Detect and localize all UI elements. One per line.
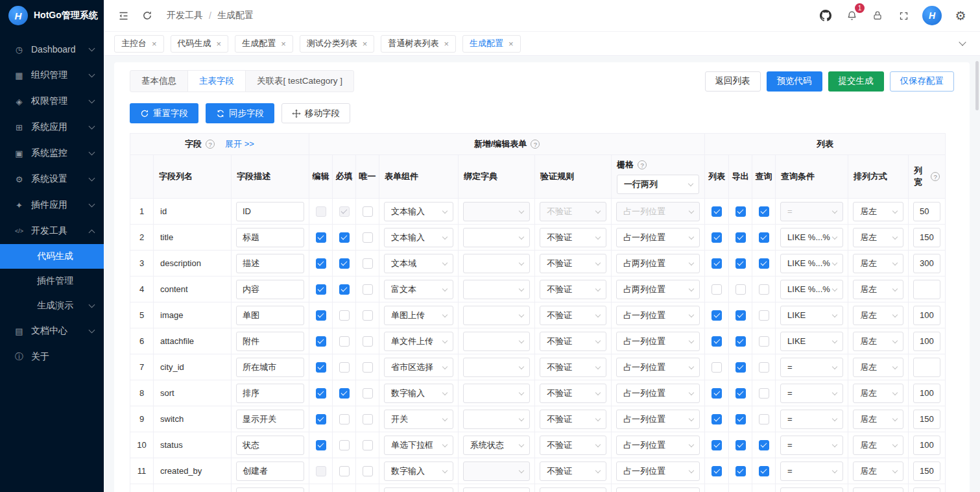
notifications-bell-icon[interactable]: 1 <box>844 8 859 23</box>
unique-checkbox[interactable] <box>363 388 373 399</box>
save-config-only-button[interactable]: 仅保存配置 <box>890 71 955 92</box>
close-icon[interactable]: × <box>152 40 157 48</box>
query-condition-select[interactable] <box>780 487 843 492</box>
form-component-select[interactable]: 单文件上传 <box>384 332 453 351</box>
required-checkbox[interactable] <box>339 388 350 399</box>
align-select[interactable]: 居左 <box>853 461 903 481</box>
grid-position-select[interactable]: 占一列位置 <box>616 358 700 377</box>
bind-dict-select[interactable]: 系统状态 <box>463 436 530 455</box>
field-description-input[interactable] <box>236 410 304 429</box>
form-component-select[interactable]: 开关 <box>384 410 453 429</box>
field-description-input[interactable] <box>236 202 304 221</box>
help-icon[interactable]: ? <box>638 160 647 169</box>
bind-dict-select[interactable] <box>463 332 530 351</box>
column-width-input[interactable] <box>913 461 940 481</box>
list-checkbox[interactable] <box>711 362 722 373</box>
query-checkbox[interactable] <box>759 362 769 373</box>
field-description-input[interactable] <box>236 487 304 492</box>
export-checkbox[interactable] <box>735 284 746 295</box>
list-checkbox[interactable] <box>711 206 722 217</box>
query-checkbox[interactable] <box>759 284 769 295</box>
field-description-input[interactable] <box>236 254 304 273</box>
query-condition-select[interactable]: LIKE %...% <box>780 280 843 299</box>
required-checkbox[interactable] <box>339 362 350 373</box>
bind-dict-select[interactable] <box>463 358 530 377</box>
unique-checkbox[interactable] <box>363 466 373 476</box>
align-select[interactable]: 居左 <box>853 254 903 273</box>
export-checkbox[interactable] <box>735 206 746 217</box>
github-icon[interactable] <box>819 8 833 23</box>
sidebar-subitem[interactable]: 生成演示 <box>0 293 104 318</box>
validation-rule-select[interactable]: 不验证 <box>540 228 606 247</box>
sidebar-item[interactable]: ✦插件应用 <box>0 192 104 218</box>
field-description-input[interactable] <box>236 306 304 325</box>
field-description-input[interactable] <box>236 332 304 351</box>
query-checkbox[interactable] <box>759 206 769 217</box>
edit-checkbox[interactable] <box>316 336 326 347</box>
field-description-input[interactable] <box>236 461 304 481</box>
list-checkbox[interactable] <box>711 414 722 424</box>
list-checkbox[interactable] <box>711 232 722 243</box>
required-checkbox[interactable] <box>339 310 350 321</box>
unique-checkbox[interactable] <box>363 206 373 217</box>
validation-rule-select[interactable]: 不验证 <box>540 461 606 481</box>
edit-checkbox[interactable] <box>316 466 326 476</box>
query-condition-select[interactable]: LIKE %...% <box>780 254 843 273</box>
sidebar-subitem[interactable]: 代码生成 <box>0 244 104 269</box>
unique-checkbox[interactable] <box>363 362 373 373</box>
card-tab[interactable]: 关联表[ testCategory ] <box>245 70 354 92</box>
card-tab[interactable]: 基本信息 <box>130 70 188 92</box>
list-checkbox[interactable] <box>711 258 722 269</box>
bind-dict-select[interactable] <box>463 202 530 221</box>
column-width-input[interactable] <box>913 228 940 247</box>
submit-generate-button[interactable]: 提交生成 <box>828 71 884 92</box>
query-checkbox[interactable] <box>759 336 769 347</box>
query-condition-select[interactable]: LIKE <box>780 332 843 351</box>
query-checkbox[interactable] <box>759 232 769 243</box>
form-component-select[interactable]: 数字输入 <box>384 384 453 403</box>
validation-rule-select[interactable]: 不验证 <box>540 280 606 299</box>
align-select[interactable]: 居左 <box>853 384 903 403</box>
validation-rule-select[interactable]: 不验证 <box>540 332 606 351</box>
sidebar-item[interactable]: ◈权限管理 <box>0 88 104 114</box>
validation-rule-select[interactable]: 不验证 <box>540 358 606 377</box>
breadcrumb-item[interactable]: 开发工具 <box>167 10 203 21</box>
validation-rule-select[interactable]: 不验证 <box>540 436 606 455</box>
form-component-select[interactable]: 单图上传 <box>384 306 453 325</box>
sidebar-item[interactable]: ◷Dashboard <box>0 36 104 62</box>
close-icon[interactable]: × <box>508 40 514 48</box>
expand-fields-link[interactable]: 展开 >> <box>225 138 254 150</box>
reset-fields-button[interactable]: 重置字段 <box>130 103 198 123</box>
edit-checkbox[interactable] <box>316 232 326 243</box>
align-select[interactable]: 居左 <box>853 228 903 247</box>
field-description-input[interactable] <box>236 384 304 403</box>
column-width-input[interactable] <box>913 332 940 351</box>
export-checkbox[interactable] <box>735 310 746 321</box>
export-checkbox[interactable] <box>735 362 746 373</box>
tabbar-tab[interactable]: 主控台× <box>114 35 164 53</box>
column-width-input[interactable] <box>913 436 940 455</box>
logo[interactable]: H HotGo管理系统 <box>0 0 104 31</box>
help-icon[interactable]: ? <box>931 172 940 181</box>
field-description-input[interactable] <box>236 436 304 455</box>
query-checkbox[interactable] <box>759 388 769 399</box>
unique-checkbox[interactable] <box>363 232 373 243</box>
column-width-input[interactable] <box>913 487 940 492</box>
sidebar-item[interactable]: ▦组织管理 <box>0 62 104 88</box>
column-width-input[interactable] <box>913 358 940 377</box>
unique-checkbox[interactable] <box>363 440 373 450</box>
align-select[interactable]: 居左 <box>853 358 903 377</box>
grid-position-select[interactable]: 占一列位置 <box>616 332 700 351</box>
query-condition-select[interactable]: = <box>780 410 843 429</box>
query-condition-select[interactable]: = <box>780 358 843 377</box>
query-condition-select[interactable]: LIKE %...% <box>780 228 843 247</box>
grid-position-select[interactable]: 占一列位置 <box>616 306 700 325</box>
grid-position-select[interactable]: 占一列位置 <box>616 384 700 403</box>
column-width-input[interactable] <box>913 306 940 325</box>
export-checkbox[interactable] <box>735 232 746 243</box>
form-component-select[interactable]: 文本域 <box>384 254 453 273</box>
validation-rule-select[interactable]: 不验证 <box>540 254 606 273</box>
grid-position-select[interactable]: 占一列位置 <box>616 436 700 455</box>
list-checkbox[interactable] <box>711 440 722 450</box>
tabs-menu-chevron-icon[interactable] <box>955 36 970 51</box>
